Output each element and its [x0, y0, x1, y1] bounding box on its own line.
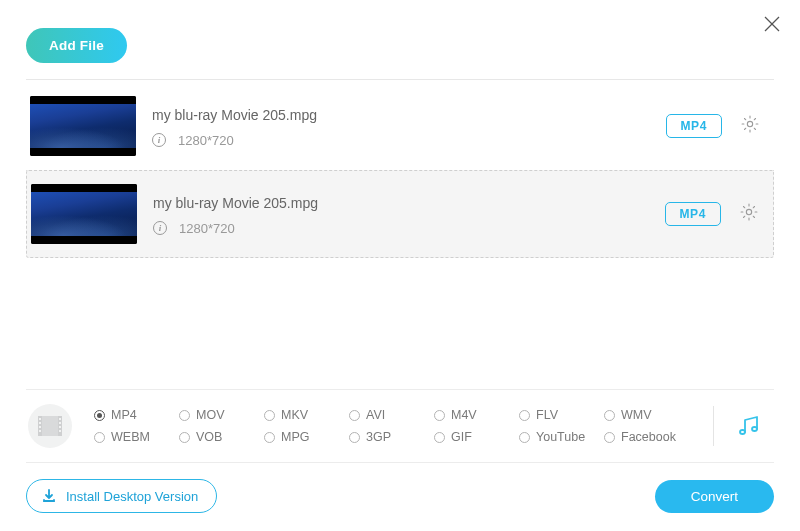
- file-actions: MP4: [666, 114, 770, 138]
- format-option-mkv[interactable]: MKV: [264, 408, 349, 422]
- format-option-label: MPG: [281, 430, 309, 444]
- format-option-webm[interactable]: WEBM: [94, 430, 179, 444]
- svg-rect-14: [59, 430, 61, 432]
- convert-button[interactable]: Convert: [655, 480, 774, 513]
- format-option-label: GIF: [451, 430, 472, 444]
- radio-icon: [519, 432, 530, 443]
- format-option-label: MOV: [196, 408, 224, 422]
- radio-icon: [434, 432, 445, 443]
- file-item[interactable]: my blu-ray Movie 205.mpgi1280*720MP4: [26, 82, 774, 171]
- file-thumbnail[interactable]: [30, 96, 136, 156]
- toolbar: Add File: [0, 0, 800, 73]
- file-info: my blu-ray Movie 205.mpgi1280*720: [152, 105, 650, 148]
- info-icon[interactable]: i: [152, 133, 166, 147]
- format-option-mov[interactable]: MOV: [179, 408, 264, 422]
- radio-icon: [519, 410, 530, 421]
- settings-icon[interactable]: [740, 114, 760, 138]
- format-grid: MP4MOVMKVAVIM4VFLVWMVWEBMVOBMPG3GPGIFYou…: [82, 408, 697, 444]
- format-option-gif[interactable]: GIF: [434, 430, 519, 444]
- bottom-zone: MP4MOVMKVAVIM4VFLVWMVWEBMVOBMPG3GPGIFYou…: [0, 389, 800, 531]
- svg-rect-9: [39, 426, 41, 428]
- file-resolution: 1280*720: [179, 221, 235, 236]
- install-label: Install Desktop Version: [66, 489, 198, 504]
- format-option-label: 3GP: [366, 430, 391, 444]
- file-name: my blu-ray Movie 205.mpg: [153, 195, 649, 211]
- format-option-label: YouTube: [536, 430, 585, 444]
- radio-icon: [604, 410, 615, 421]
- radio-icon: [264, 432, 275, 443]
- svg-point-15: [740, 430, 745, 434]
- download-icon: [41, 488, 57, 504]
- svg-rect-8: [39, 422, 41, 424]
- radio-icon: [179, 432, 190, 443]
- format-option-flv[interactable]: FLV: [519, 408, 604, 422]
- separator: [713, 406, 714, 446]
- format-option-label: WMV: [621, 408, 652, 422]
- format-option-facebook[interactable]: Facebook: [604, 430, 689, 444]
- radio-icon: [349, 432, 360, 443]
- file-name: my blu-ray Movie 205.mpg: [152, 107, 650, 123]
- svg-rect-13: [59, 426, 61, 428]
- svg-point-16: [752, 427, 757, 431]
- format-option-3gp[interactable]: 3GP: [349, 430, 434, 444]
- format-option-wmv[interactable]: WMV: [604, 408, 689, 422]
- file-list: my blu-ray Movie 205.mpgi1280*720MP4my b…: [0, 82, 800, 258]
- close-button[interactable]: [758, 10, 786, 38]
- video-mode-icon[interactable]: [28, 404, 72, 448]
- radio-icon: [179, 410, 190, 421]
- radio-icon: [264, 410, 275, 421]
- format-option-label: Facebook: [621, 430, 676, 444]
- info-icon[interactable]: i: [153, 221, 167, 235]
- divider: [26, 79, 774, 80]
- radio-icon: [94, 432, 105, 443]
- add-file-button[interactable]: Add File: [26, 28, 127, 63]
- file-resolution: 1280*720: [178, 133, 234, 148]
- format-option-label: WEBM: [111, 430, 150, 444]
- install-desktop-button[interactable]: Install Desktop Version: [26, 479, 217, 513]
- format-option-label: AVI: [366, 408, 385, 422]
- format-option-mp4[interactable]: MP4: [94, 408, 179, 422]
- settings-icon[interactable]: [739, 202, 759, 226]
- file-meta: i1280*720: [152, 133, 650, 148]
- file-info: my blu-ray Movie 205.mpgi1280*720: [153, 193, 649, 236]
- svg-rect-10: [39, 430, 41, 432]
- radio-icon: [604, 432, 615, 443]
- svg-rect-12: [59, 422, 61, 424]
- format-option-label: VOB: [196, 430, 222, 444]
- svg-rect-11: [59, 418, 61, 420]
- format-option-label: MP4: [111, 408, 137, 422]
- svg-point-3: [746, 209, 751, 214]
- svg-point-2: [747, 121, 752, 126]
- file-item[interactable]: my blu-ray Movie 205.mpgi1280*720MP4: [26, 170, 774, 258]
- format-option-m4v[interactable]: M4V: [434, 408, 519, 422]
- format-option-mpg[interactable]: MPG: [264, 430, 349, 444]
- svg-rect-7: [39, 418, 41, 420]
- format-badge[interactable]: MP4: [666, 114, 722, 138]
- audio-mode-icon[interactable]: [730, 413, 768, 439]
- format-bar: MP4MOVMKVAVIM4VFLVWMVWEBMVOBMPG3GPGIFYou…: [26, 389, 774, 463]
- file-thumbnail[interactable]: [31, 184, 137, 244]
- radio-icon: [349, 410, 360, 421]
- format-option-youtube[interactable]: YouTube: [519, 430, 604, 444]
- format-option-vob[interactable]: VOB: [179, 430, 264, 444]
- format-option-label: MKV: [281, 408, 308, 422]
- footer: Install Desktop Version Convert: [26, 463, 774, 513]
- format-option-label: M4V: [451, 408, 477, 422]
- radio-icon: [94, 410, 105, 421]
- format-option-label: FLV: [536, 408, 558, 422]
- file-actions: MP4: [665, 202, 769, 226]
- format-option-avi[interactable]: AVI: [349, 408, 434, 422]
- format-badge[interactable]: MP4: [665, 202, 721, 226]
- file-meta: i1280*720: [153, 221, 649, 236]
- radio-icon: [434, 410, 445, 421]
